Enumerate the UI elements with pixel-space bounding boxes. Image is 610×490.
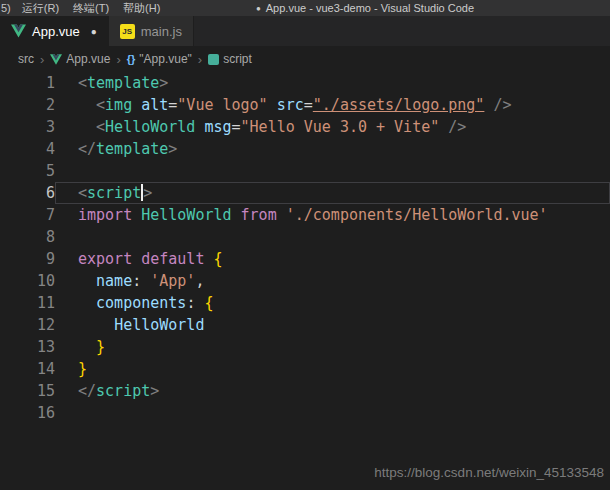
code-line[interactable]: 9export default { [0,248,610,270]
line-number: 16 [0,402,55,424]
symbol-module-icon [208,54,219,65]
window-title-text: App.vue - vue3-demo - Visual Studio Code [266,2,474,14]
code-line-content[interactable]: name: 'App', [55,270,610,292]
code-line[interactable]: 4</template> [0,138,610,160]
code-line[interactable]: 11 components: { [0,292,610,314]
code-line-content[interactable]: <template> [55,72,610,94]
code-line[interactable]: 3 <HelloWorld msg="Hello Vue 3.0 + Vite"… [0,116,610,138]
code-line-content[interactable]: <script> [55,182,610,204]
line-number: 15 [0,380,55,402]
line-number: 4 [0,138,55,160]
code-line[interactable]: 12 HelloWorld [0,314,610,336]
editor[interactable]: 1<template>2 <img alt="Vue logo" src="./… [0,72,610,490]
tab-label: App.vue [32,24,80,39]
chevron-right-icon: › [197,52,203,67]
line-number: 14 [0,358,55,380]
code-line[interactable]: 15</script> [0,380,610,402]
breadcrumb-label: script [223,52,252,66]
braces-icon: {} [127,53,136,65]
editor-lines: 1<template>2 <img alt="Vue logo" src="./… [0,72,610,424]
menu-terminal[interactable]: 终端(T) [66,1,116,16]
titlebar: 5) 运行(R) 终端(T) 帮助(H) ●App.vue - vue3-dem… [0,0,610,16]
breadcrumb-document-symbol[interactable]: {} "App.vue" [127,52,192,66]
chevron-right-icon: › [115,52,121,67]
line-number: 6 [0,182,55,204]
title-modified-dot-icon: ● [256,4,261,13]
code-line[interactable]: 8 [0,226,610,248]
code-line-content[interactable]: } [55,358,610,380]
code-line[interactable]: 10 name: 'App', [0,270,610,292]
line-number: 10 [0,270,55,292]
breadcrumb-script[interactable]: script [208,52,252,66]
breadcrumb-label: App.vue [66,52,110,66]
code-line[interactable]: 14} [0,358,610,380]
code-line[interactable]: 16 [0,402,610,424]
js-file-icon: JS [120,24,135,39]
breadcrumb-app-vue[interactable]: App.vue [50,52,110,66]
menu-bar: 5) 运行(R) 终端(T) 帮助(H) [0,0,167,16]
code-line[interactable]: 1<template> [0,72,610,94]
vue-logo-icon [11,24,26,38]
code-line-content[interactable]: } [55,336,610,358]
menu-partial: 5) [0,2,15,14]
code-line[interactable]: 7import HelloWorld from './components/He… [0,204,610,226]
code-line[interactable]: 2 <img alt="Vue logo" src="./assets/logo… [0,94,610,116]
line-number: 3 [0,116,55,138]
code-line-content[interactable]: export default { [55,248,610,270]
code-line-content[interactable]: <img alt="Vue logo" src="./assets/logo.p… [55,94,610,116]
tab-label: main.js [141,24,182,39]
code-line-content[interactable] [55,226,610,248]
line-number: 2 [0,94,55,116]
line-number: 11 [0,292,55,314]
line-number: 13 [0,336,55,358]
tab-bar: App.vue ● JS main.js [0,16,610,46]
code-line-content[interactable]: <HelloWorld msg="Hello Vue 3.0 + Vite" /… [55,116,610,138]
code-line-content[interactable]: import HelloWorld from './components/Hel… [55,204,610,226]
line-number: 1 [0,72,55,94]
code-line-content[interactable]: components: { [55,292,610,314]
modified-dot-icon[interactable]: ● [91,26,97,37]
code-line-content[interactable]: </script> [55,380,610,402]
code-line-content[interactable]: HelloWorld [55,314,610,336]
menu-help[interactable]: 帮助(H) [116,1,167,16]
code-line[interactable]: 6<script> [0,182,610,204]
tab-main-js[interactable]: JS main.js [109,16,194,46]
line-number: 5 [0,160,55,182]
code-line-content[interactable] [55,402,610,424]
tab-app-vue[interactable]: App.vue ● [0,16,109,46]
window-title: ●App.vue - vue3-demo - Visual Studio Cod… [120,2,610,14]
code-line[interactable]: 13 } [0,336,610,358]
line-number: 8 [0,226,55,248]
breadcrumb: src › App.vue › {} "App.vue" › script [0,46,610,72]
menu-run[interactable]: 运行(R) [15,1,66,16]
line-number: 7 [0,204,55,226]
line-number: 9 [0,248,55,270]
code-line-content[interactable]: </template> [55,138,610,160]
line-number: 12 [0,314,55,336]
code-line-content[interactable] [55,160,610,182]
breadcrumb-src[interactable]: src [18,52,34,66]
breadcrumb-label: "App.vue" [139,52,192,66]
code-line[interactable]: 5 [0,160,610,182]
vue-logo-icon [50,54,62,65]
chevron-right-icon: › [39,52,45,67]
